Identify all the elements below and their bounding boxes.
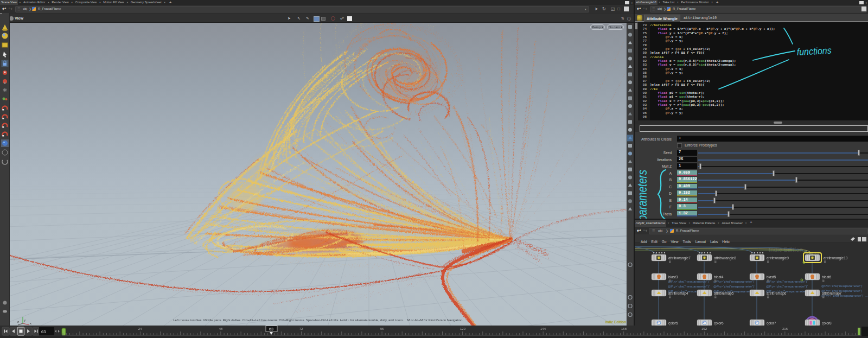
svg-text:blast4: blast4 bbox=[714, 275, 724, 279]
svg-text:192: 192 bbox=[701, 327, 707, 330]
svg-text:168: 168 bbox=[621, 327, 627, 330]
svg-text:63: 63 bbox=[41, 329, 46, 334]
svg-text:color6: color6 bbox=[714, 321, 724, 325]
svg-text:@P.x>`chs("newparameter")`: @P.x>`chs("newparameter")` bbox=[713, 280, 755, 283]
svg-text:blast5: blast5 bbox=[767, 275, 776, 279]
svg-text:@P.y>`chs("newparameter")`: @P.y>`chs("newparameter")` bbox=[766, 285, 808, 288]
svg-text:parameters: parameters bbox=[635, 170, 649, 221]
svg-text:@P.y>`chs("newparameter")`: @P.y>`chs("newparameter")` bbox=[668, 285, 710, 288]
svg-text:attribremap6: attribremap6 bbox=[767, 291, 787, 296]
svg-text:@P.x>`chs("newparameter")`: @P.x>`chs("newparameter")` bbox=[766, 280, 808, 283]
svg-text:attribwrangle7: attribwrangle7 bbox=[668, 256, 691, 260]
svg-text:attribremap4: attribremap4 bbox=[668, 291, 688, 296]
svg-text:attribwrangle9: attribwrangle9 bbox=[767, 256, 789, 260]
svg-text:24: 24 bbox=[138, 327, 142, 330]
svg-text:attribwrangle10: attribwrangle10 bbox=[824, 256, 848, 260]
svg-text:functions: functions bbox=[796, 45, 832, 58]
svg-text:96: 96 bbox=[380, 327, 384, 330]
svg-text:@P.y>`chs("newparameter")`: @P.y>`chs("newparameter")` bbox=[713, 285, 755, 288]
svg-text:color8: color8 bbox=[822, 321, 832, 325]
svg-text:blast6: blast6 bbox=[822, 275, 832, 279]
svg-text:attribremap7: attribremap7 bbox=[822, 291, 842, 296]
svg-text:@P.x>`chs("newparameter")`: @P.x>`chs("newparameter")` bbox=[821, 284, 863, 288]
svg-text:color7: color7 bbox=[767, 321, 776, 325]
svg-text:attribwrangle8: attribwrangle8 bbox=[714, 256, 736, 260]
svg-text:120: 120 bbox=[460, 327, 466, 330]
svg-text:x: x bbox=[30, 322, 31, 325]
svg-text:63: 63 bbox=[269, 327, 273, 331]
svg-text:blast3: blast3 bbox=[668, 275, 678, 279]
svg-text:216: 216 bbox=[782, 327, 788, 330]
svg-text:144: 144 bbox=[540, 327, 546, 330]
svg-text:y: y bbox=[24, 318, 25, 322]
svg-text:48: 48 bbox=[219, 327, 223, 330]
svg-text:color5: color5 bbox=[668, 321, 678, 325]
svg-text:@P.x>`chs("newparameter")`: @P.x>`chs("newparameter")` bbox=[668, 280, 710, 283]
svg-text:z: z bbox=[17, 320, 19, 323]
svg-text:attribremap5: attribremap5 bbox=[714, 291, 734, 296]
svg-text:72: 72 bbox=[299, 327, 303, 330]
